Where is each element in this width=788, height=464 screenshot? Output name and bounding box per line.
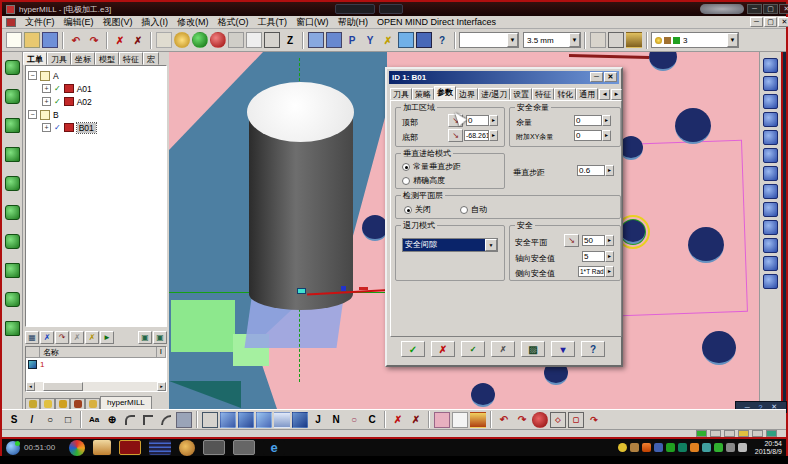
plane-surface-icon[interactable] bbox=[763, 58, 778, 73]
allowance-spin-icon[interactable]: ▸ bbox=[602, 115, 611, 126]
radio-detect-off[interactable]: 关闭 bbox=[404, 204, 431, 215]
close-button[interactable]: ✕ bbox=[779, 4, 788, 14]
freeform-surface-icon[interactable] bbox=[763, 274, 778, 289]
tree-item-A02[interactable]: + ✓ A02 bbox=[28, 95, 164, 108]
revolve-surface-icon[interactable] bbox=[274, 412, 290, 428]
scroll-right-icon[interactable]: ▸ bbox=[157, 382, 166, 391]
style-combo[interactable]: ▼ bbox=[459, 32, 519, 48]
arc-tool-icon[interactable]: C bbox=[364, 412, 380, 428]
snapshot-icon[interactable]: ▦ bbox=[25, 331, 39, 344]
intersect-tool-icon[interactable]: N bbox=[328, 412, 344, 428]
list-hscrollbar[interactable]: ◂ ▸ bbox=[26, 382, 166, 391]
link-icon[interactable] bbox=[228, 32, 244, 48]
curve-z-icon[interactable]: Z bbox=[282, 32, 298, 48]
apply-no-calc-button[interactable]: ✗ bbox=[491, 341, 515, 357]
net-surface-icon[interactable] bbox=[763, 130, 778, 145]
sketch-icon[interactable] bbox=[156, 32, 172, 48]
preview-button[interactable]: ▨ bbox=[521, 341, 545, 357]
sweep-tool-icon[interactable] bbox=[5, 205, 20, 220]
taskbar-folder-icon[interactable] bbox=[93, 440, 111, 455]
status-help-icon[interactable] bbox=[724, 430, 735, 437]
job-browser-icon[interactable] bbox=[308, 32, 324, 48]
allowance-field[interactable]: 0 bbox=[574, 115, 602, 126]
green-patch-1[interactable] bbox=[171, 300, 235, 352]
view-stock-icon[interactable]: ▣ bbox=[138, 331, 152, 344]
tab-scroll-right-icon[interactable]: ► bbox=[611, 89, 622, 100]
expand-icon[interactable]: + bbox=[42, 84, 51, 93]
cube-tool-icon[interactable] bbox=[5, 118, 20, 133]
polygon-tool-icon[interactable] bbox=[202, 412, 218, 428]
swept-surface-icon[interactable] bbox=[763, 112, 778, 127]
step-spin-icon[interactable]: ▸ bbox=[605, 165, 614, 176]
status-cut-icon[interactable] bbox=[752, 430, 763, 437]
top-spin-icon[interactable]: ▸ bbox=[489, 115, 498, 126]
axial-safety-field[interactable]: 5 bbox=[582, 251, 605, 262]
menu-format[interactable]: 格式(O) bbox=[218, 16, 249, 29]
delete-entry-icon[interactable]: ✗ bbox=[40, 331, 54, 344]
retract-mode-combo[interactable]: 安全间隙 ▼ bbox=[402, 238, 498, 252]
tray-chat-icon[interactable] bbox=[702, 443, 711, 452]
tray-security-icon[interactable] bbox=[678, 443, 687, 452]
ok-button[interactable]: ✓ bbox=[401, 341, 425, 357]
tray-speaker-icon[interactable] bbox=[690, 443, 699, 452]
taskbar-photo2-icon[interactable] bbox=[233, 440, 255, 455]
trim-surface-icon[interactable] bbox=[763, 166, 778, 181]
help-icon[interactable]: ? bbox=[434, 32, 450, 48]
restore-button[interactable]: ▢ bbox=[763, 4, 778, 14]
tab-frames[interactable]: 坐标 bbox=[71, 52, 95, 65]
tab-jobs[interactable]: 工单 bbox=[23, 52, 47, 65]
iso-view-icon[interactable]: ◇ bbox=[550, 412, 566, 428]
stitch-surface-icon[interactable] bbox=[763, 238, 778, 253]
lamp-icon[interactable] bbox=[174, 32, 190, 48]
torus-tool-icon[interactable] bbox=[5, 89, 20, 104]
new-file-icon[interactable] bbox=[6, 32, 22, 48]
combo-dropdown-icon[interactable]: ▼ bbox=[727, 33, 738, 47]
tray-plug-icon[interactable] bbox=[714, 443, 723, 452]
taskbar-ie-icon[interactable]: e bbox=[263, 440, 285, 455]
collapse-icon[interactable]: − bbox=[28, 110, 37, 119]
safety-plane-field[interactable]: 50 bbox=[582, 235, 605, 246]
rotate-sphere-icon[interactable] bbox=[532, 412, 548, 428]
tray-signal-icon[interactable] bbox=[666, 443, 675, 452]
combo-dropdown-icon[interactable]: ▼ bbox=[569, 33, 580, 47]
hole[interactable] bbox=[702, 331, 736, 365]
rotate-view-2-icon[interactable]: ↷ bbox=[514, 412, 530, 428]
view-result-icon[interactable]: ▣ bbox=[153, 331, 167, 344]
minimize-button[interactable]: ─ bbox=[747, 4, 762, 14]
surface-tool-1-icon[interactable] bbox=[220, 412, 236, 428]
tray-people-icon[interactable] bbox=[654, 443, 663, 452]
tray-vlc-icon[interactable] bbox=[642, 443, 651, 452]
filter-icon[interactable]: ✗ bbox=[70, 331, 84, 344]
radio-constant-step[interactable]: 常量垂直步距 bbox=[402, 161, 461, 172]
blend-surface-icon[interactable] bbox=[763, 202, 778, 217]
tab-tools[interactable]: 刀具 bbox=[47, 52, 71, 65]
flange-surface-icon[interactable] bbox=[763, 256, 778, 271]
image-tool-icon[interactable] bbox=[176, 412, 192, 428]
hole[interactable] bbox=[621, 220, 645, 244]
tree-item-A[interactable]: − A bbox=[28, 69, 164, 82]
fillet-corner-icon[interactable] bbox=[122, 412, 138, 428]
status-pencil-icon[interactable] bbox=[710, 430, 721, 437]
xy-allowance-spin-icon[interactable]: ▸ bbox=[602, 130, 611, 141]
tab-folder-icon[interactable] bbox=[85, 398, 100, 409]
dtab-general[interactable]: 通用 bbox=[576, 88, 598, 100]
point-p-icon[interactable]: P bbox=[344, 32, 360, 48]
tab-lock-icon[interactable] bbox=[70, 398, 85, 409]
brush-icon[interactable] bbox=[398, 32, 414, 48]
delete-geometry-icon[interactable]: ✗ bbox=[390, 412, 406, 428]
list-header-icon-col[interactable] bbox=[26, 347, 40, 357]
text-tool-icon[interactable]: Aa bbox=[86, 412, 102, 428]
menu-insert[interactable]: 插入(I) bbox=[142, 16, 169, 29]
tab-scroll-left-icon[interactable]: ◄ bbox=[599, 89, 610, 100]
tab-hypermill[interactable]: hyperMILL bbox=[100, 396, 152, 409]
pick-safety-plane-button[interactable]: ↘ bbox=[564, 234, 579, 247]
combo-dropdown-icon[interactable]: ▼ bbox=[485, 239, 497, 251]
revolved-surface-icon[interactable] bbox=[763, 94, 778, 109]
taskbar-document-app-icon[interactable] bbox=[149, 440, 171, 455]
fixture-shape[interactable] bbox=[169, 381, 241, 408]
dtab-leads[interactable]: 进/退刀 bbox=[478, 88, 510, 100]
hole[interactable] bbox=[675, 108, 711, 144]
expand-icon[interactable]: + bbox=[42, 97, 51, 106]
taskbar-red-app-icon[interactable] bbox=[119, 440, 141, 455]
arc-corner-icon[interactable] bbox=[158, 412, 174, 428]
